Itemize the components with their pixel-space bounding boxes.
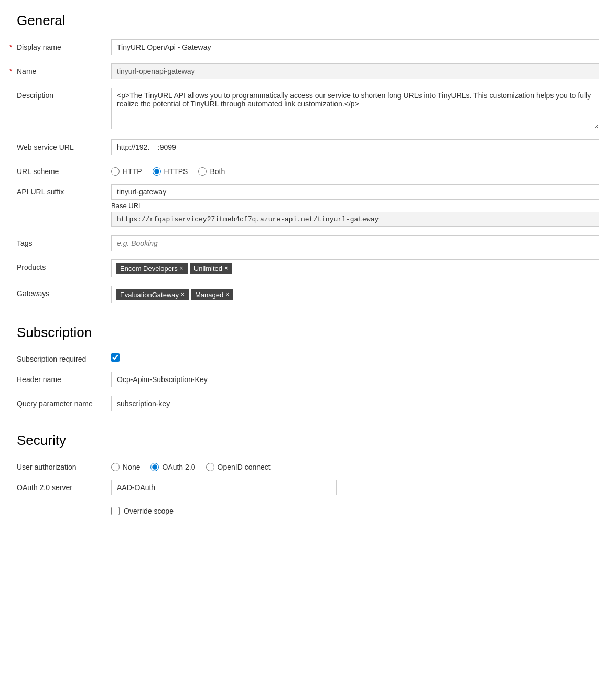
security-title: Security (17, 432, 599, 449)
gateways-tag-container[interactable]: EvaluationGateway × Managed × (111, 286, 599, 303)
radio-openid-label: OpenID connect (218, 463, 271, 471)
gateway-tag-managed-label: Managed (195, 291, 223, 299)
query-parameter-name-input[interactable] (111, 396, 599, 411)
api-url-suffix-label: API URL suffix (17, 184, 111, 196)
url-scheme-wrap: HTTP HTTPS Both (111, 164, 599, 176)
gateway-tag-evaluation-label: EvaluationGateway (120, 291, 179, 299)
radio-http-label: HTTP (123, 167, 142, 176)
radio-both-input[interactable] (198, 167, 207, 176)
subscription-required-row: Subscription required (17, 351, 599, 363)
radio-none-input[interactable] (111, 463, 120, 471)
tags-label: Tags (17, 235, 111, 247)
description-textarea[interactable]: <p>The TinyURL API allows you to program… (111, 88, 599, 129)
base-url-label: Base URL (111, 202, 599, 210)
tags-wrap (111, 235, 599, 251)
url-scheme-radio-group: HTTP HTTPS Both (111, 164, 599, 176)
oauth-server-wrap (111, 480, 599, 495)
gateways-row: Gateways EvaluationGateway × Managed × (17, 286, 599, 303)
header-name-label: Header name (17, 372, 111, 384)
products-wrap: Encom Developers × Unlimited × (111, 259, 599, 277)
base-url-value: https://rfqapiservicey27itmeb4cf7q.azure… (111, 212, 599, 227)
subscription-section: Subscription Subscription required Heade… (17, 324, 599, 411)
name-input[interactable] (111, 63, 599, 79)
gateways-wrap: EvaluationGateway × Managed × (111, 286, 599, 303)
subscription-required-checkbox[interactable] (111, 353, 120, 362)
description-row: Description <p>The TinyURL API allows yo… (17, 88, 599, 131)
security-section: Security User authorization None OAuth 2… (17, 432, 599, 515)
gateways-label: Gateways (17, 286, 111, 298)
gateway-tag-evaluation-remove[interactable]: × (181, 291, 185, 298)
product-tag-unlimited-label: Unlimited (194, 265, 222, 273)
general-section: General Display name Name Description <p… (17, 13, 599, 303)
display-name-wrap (111, 39, 599, 55)
display-name-label: Display name (17, 39, 111, 51)
header-name-row: Header name (17, 372, 599, 387)
name-label: Name (17, 63, 111, 75)
product-tag-encom: Encom Developers × (116, 263, 188, 274)
gateway-tag-managed: Managed × (191, 289, 233, 300)
override-scope-wrap: Override scope (111, 504, 599, 515)
user-authorization-wrap: None OAuth 2.0 OpenID connect (111, 459, 599, 471)
oauth-server-row: OAuth 2.0 server (17, 480, 599, 495)
radio-openid-input[interactable] (206, 463, 214, 471)
display-name-row: Display name (17, 39, 599, 55)
product-tag-encom-label: Encom Developers (120, 265, 178, 273)
name-row: Name (17, 63, 599, 79)
header-name-wrap (111, 372, 599, 387)
radio-http[interactable]: HTTP (111, 167, 142, 176)
product-tag-unlimited: Unlimited × (190, 263, 232, 274)
subscription-required-wrap (111, 351, 599, 362)
override-scope-wrap-outer: Override scope (111, 504, 599, 515)
product-tag-unlimited-remove[interactable]: × (224, 265, 228, 272)
radio-both-label: Both (210, 167, 225, 176)
radio-https-input[interactable] (153, 167, 161, 176)
api-url-suffix-wrap: Base URL https://rfqapiservicey27itmeb4c… (111, 184, 599, 227)
radio-oauth2-label: OAuth 2.0 (162, 463, 195, 471)
user-authorization-radio-group: None OAuth 2.0 OpenID connect (111, 459, 599, 471)
general-title: General (17, 13, 599, 29)
subscription-required-checkbox-wrap (111, 351, 599, 362)
web-service-url-label: Web service URL (17, 139, 111, 151)
query-parameter-name-label: Query parameter name (17, 396, 111, 408)
subscription-title: Subscription (17, 324, 599, 341)
radio-oauth2[interactable]: OAuth 2.0 (150, 463, 195, 471)
gateway-tag-evaluation: EvaluationGateway × (116, 289, 189, 300)
base-url-section: Base URL https://rfqapiservicey27itmeb4c… (111, 202, 599, 227)
user-authorization-label: User authorization (17, 459, 111, 471)
override-scope-empty-label (17, 504, 111, 507)
tags-input[interactable] (111, 235, 599, 251)
query-parameter-name-wrap (111, 396, 599, 411)
override-scope-checkbox[interactable] (111, 507, 120, 515)
user-authorization-row: User authorization None OAuth 2.0 OpenID… (17, 459, 599, 471)
query-parameter-name-row: Query parameter name (17, 396, 599, 411)
url-scheme-row: URL scheme HTTP HTTPS Both (17, 164, 599, 176)
radio-oauth2-input[interactable] (150, 463, 159, 471)
radio-http-input[interactable] (111, 167, 120, 176)
url-scheme-label: URL scheme (17, 164, 111, 176)
oauth-server-label: OAuth 2.0 server (17, 480, 111, 492)
radio-https[interactable]: HTTPS (153, 167, 188, 176)
override-scope-row: Override scope (17, 504, 599, 515)
oauth-server-input[interactable] (111, 480, 337, 495)
web-service-url-row: Web service URL (17, 139, 599, 155)
display-name-input[interactable] (111, 39, 599, 55)
tags-row: Tags (17, 235, 599, 251)
description-wrap: <p>The TinyURL API allows you to program… (111, 88, 599, 131)
products-row: Products Encom Developers × Unlimited × (17, 259, 599, 277)
description-label: Description (17, 88, 111, 100)
products-tag-container[interactable]: Encom Developers × Unlimited × (111, 259, 599, 277)
radio-none-label: None (123, 463, 140, 471)
radio-https-label: HTTPS (164, 167, 188, 176)
header-name-input[interactable] (111, 372, 599, 387)
web-service-url-wrap (111, 139, 599, 155)
products-label: Products (17, 259, 111, 272)
web-service-url-input[interactable] (111, 139, 599, 155)
name-wrap (111, 63, 599, 79)
radio-openid[interactable]: OpenID connect (206, 463, 271, 471)
api-url-suffix-input[interactable] (111, 184, 599, 200)
radio-both[interactable]: Both (198, 167, 225, 176)
radio-none[interactable]: None (111, 463, 140, 471)
gateway-tag-managed-remove[interactable]: × (225, 291, 229, 298)
product-tag-encom-remove[interactable]: × (180, 265, 183, 272)
subscription-required-label: Subscription required (17, 351, 111, 363)
